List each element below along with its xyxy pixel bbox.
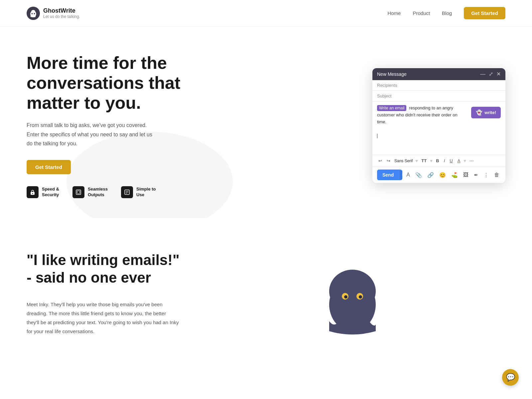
section2: "I like writing emails!" - said no one e… [0,218,532,374]
section2-title: "I like writing emails!" - said no one e… [27,251,180,287]
nav-get-started-button[interactable]: Get Started [464,7,505,19]
maximize-button[interactable]: ⤢ [489,71,493,77]
send-button-group: Send ▾ [377,170,402,180]
more-formatting-button[interactable]: ⋯ [468,158,475,164]
feature-speed-security-label: Speed &Security [42,187,59,198]
email-formatting-toolbar: ↩ ↪ Sans Serif ▾ TT ▾ B I U A ▾ ⋯ [372,155,505,167]
section2-left: "I like writing emails!" - said no one e… [27,251,180,336]
font-sep: ▾ [415,158,418,164]
svg-point-13 [344,295,347,299]
text-cursor [377,134,377,138]
svg-rect-6 [76,190,81,195]
more-options-button[interactable]: ⋮ [482,171,490,180]
nav-product[interactable]: Product [413,10,430,16]
ghost-illustration [200,251,505,341]
subject-field[interactable]: Subject [372,91,505,101]
close-button[interactable]: ✕ [496,71,501,77]
nav-blog[interactable]: Blog [442,10,452,16]
hero-section: More time for the conversations that mat… [0,27,532,218]
logo[interactable]: GhostWrite Let us do the talking. [27,7,80,20]
nav-links: Home Product Blog Get Started [387,7,505,19]
font-color-button[interactable]: A [456,158,462,164]
feature-seamless-outputs: SeamlessOutputs [72,186,108,198]
color-sep: ▾ [464,158,466,164]
undo-button[interactable]: ↩ [377,158,383,164]
window-controls: — ⤢ ✕ [480,71,501,77]
prompt-chip: Write an email [377,105,406,111]
svg-point-10 [329,270,376,313]
nav-home[interactable]: Home [387,10,401,16]
logo-icon [27,7,40,20]
seamless-icon [72,186,84,198]
send-button[interactable]: Send [377,170,399,180]
delete-button[interactable]: 🗑 [493,171,501,179]
brand-name: GhostWrite [43,7,80,14]
simple-icon [121,186,133,198]
svg-rect-7 [77,191,80,194]
font-size-button[interactable]: TT [420,158,428,164]
size-sep: ▾ [430,158,433,164]
hero-subtitle: From small talk to big asks, we've got y… [27,121,160,148]
feature-simple-to-use: Simple toUse [121,186,156,198]
email-window-title: New Message [377,71,407,77]
feature-simple-to-use-label: Simple toUse [136,187,156,198]
label-icon-button[interactable]: ⛳ [450,171,459,180]
signature-icon-button[interactable]: ✒ [472,171,479,180]
navbar: GhostWrite Let us do the talking. Home P… [0,0,532,27]
hero-title: More time for the conversations that mat… [27,53,186,113]
attach-icon-button[interactable]: 📎 [414,171,423,180]
emoji-icon-button[interactable]: 😊 [438,171,447,180]
email-prompt: Write an email responding to an angry cu… [377,105,468,125]
feature-seamless-outputs-label: SeamlessOutputs [88,187,108,198]
ghost-svg [316,258,389,341]
redo-button[interactable]: ↪ [385,158,392,164]
svg-point-3 [31,10,35,13]
image-icon-button[interactable]: 🖼 [462,171,470,179]
email-compose-window: New Message — ⤢ ✕ Recipients Subject Wri… [372,68,505,183]
email-actions-bar: Send ▾ A 📎 🔗 😊 ⛳ 🖼 ✒ ⋮ 🗑 [372,167,505,183]
svg-point-14 [359,295,362,299]
section2-body: Meet Inky. They'll help you write those … [27,300,180,336]
write-button[interactable]: 👻 write! [471,107,501,118]
lock-icon [27,186,39,198]
hero-left: More time for the conversations that mat… [27,53,186,198]
email-titlebar: New Message — ⤢ ✕ [372,68,505,80]
feature-speed-security: Speed &Security [27,186,59,198]
bold-button[interactable]: B [435,158,440,164]
email-body-area[interactable]: Write an email responding to an angry cu… [372,101,505,155]
recipients-field[interactable]: Recipients [372,80,505,91]
hero-features: Speed &Security SeamlessOutputs [27,186,186,198]
svg-point-5 [32,193,33,194]
minimize-button[interactable]: — [480,71,485,77]
italic-button[interactable]: I [443,158,447,164]
font-selector[interactable]: Sans Serif [394,159,413,163]
text-format-icon-button[interactable]: A [405,171,411,179]
brand-tagline: Let us do the talking. [43,14,80,19]
link-icon-button[interactable]: 🔗 [426,171,435,180]
underline-button[interactable]: U [448,158,454,164]
send-dropdown-button[interactable]: ▾ [399,171,402,180]
chat-icon: 💬 [506,373,515,374]
ghost-icon: 👻 [476,109,482,116]
hero-get-started-button[interactable]: Get Started [27,160,71,174]
